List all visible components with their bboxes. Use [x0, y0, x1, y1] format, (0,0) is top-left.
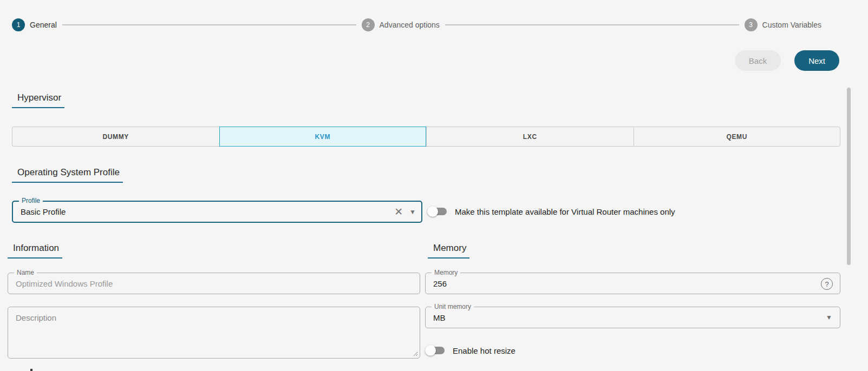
unit-memory-value: MB — [433, 307, 446, 328]
hot-resize-toggle-row: Enable hot resize — [425, 345, 515, 356]
clear-icon[interactable]: ✕ — [394, 207, 403, 217]
hypervisor-option-kvm[interactable]: KVM — [219, 127, 427, 147]
hypervisor-heading: Hypervisor — [12, 92, 64, 108]
next-section-cropped-text — [30, 369, 32, 371]
resize-handle-icon[interactable] — [412, 350, 417, 356]
step-number-badge: 1 — [12, 18, 25, 31]
back-button[interactable]: Back — [735, 50, 781, 71]
hypervisor-option-dummy[interactable]: DUMMY — [12, 127, 219, 147]
stepper-connector — [62, 24, 356, 25]
step-number-badge: 3 — [745, 18, 758, 31]
vrouter-toggle-row: Make this template available for Virtual… — [427, 206, 675, 217]
chevron-down-icon[interactable]: ▼ — [409, 209, 416, 215]
toggle-knob — [425, 345, 436, 356]
step-custom-variables[interactable]: 3 Custom Variables — [745, 18, 821, 31]
stepper-connector — [445, 24, 739, 25]
next-button[interactable]: Next — [794, 50, 839, 71]
name-input[interactable] — [8, 273, 420, 294]
chevron-down-icon[interactable]: ▼ — [826, 307, 832, 328]
name-field-label: Name — [14, 269, 37, 276]
vrouter-toggle-label: Make this template available for Virtual… — [455, 207, 675, 216]
hot-resize-toggle[interactable] — [425, 345, 445, 356]
step-advanced-options[interactable]: 2 Advanced options — [362, 18, 440, 31]
vrouter-toggle[interactable] — [427, 206, 447, 217]
memory-field-label: Memory — [432, 269, 460, 276]
os-profile-heading: Operating System Profile — [12, 167, 123, 183]
description-textarea[interactable] — [8, 307, 420, 358]
hypervisor-option-lxc[interactable]: LXC — [426, 127, 634, 147]
help-icon[interactable]: ? — [821, 278, 833, 290]
step-label: Custom Variables — [762, 21, 821, 29]
memory-heading: Memory — [428, 243, 469, 259]
step-label: General — [30, 21, 57, 29]
hypervisor-button-group: DUMMY KVM LXC QEMU — [12, 127, 840, 147]
profile-select-value: Basic Profile — [21, 202, 66, 222]
step-general[interactable]: 1 General — [12, 18, 57, 31]
memory-input[interactable] — [426, 273, 840, 294]
unit-memory-select[interactable]: Unit memory MB ▼ — [425, 307, 840, 328]
vertical-scrollbar-thumb[interactable] — [847, 88, 851, 265]
description-field — [8, 307, 420, 359]
wizard-actions: Back Next — [735, 50, 839, 71]
memory-field: Memory ? — [425, 273, 840, 294]
profile-select[interactable]: Profile Basic Profile ✕ ▼ — [12, 201, 422, 223]
information-heading: Information — [8, 243, 62, 259]
toggle-knob — [427, 206, 438, 217]
wizard-stepper: 1 General 2 Advanced options 3 Custom Va… — [12, 18, 821, 32]
hypervisor-option-qemu[interactable]: QEMU — [634, 127, 841, 147]
name-field: Name — [8, 273, 420, 294]
hot-resize-toggle-label: Enable hot resize — [453, 346, 515, 355]
step-number-badge: 2 — [362, 18, 375, 31]
step-label: Advanced options — [380, 21, 440, 29]
